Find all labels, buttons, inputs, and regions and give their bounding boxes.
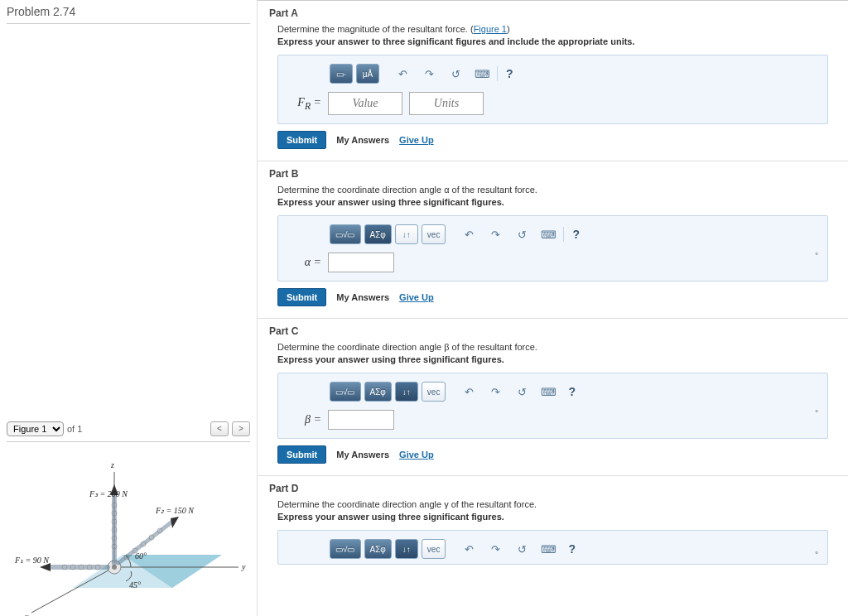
svg-text:F₃ = 200 N: F₃ = 200 N — [89, 489, 128, 498]
part-a-answer-box: ▭▫ μÅ ↶ ↷ ↺ ⌨ ? FR = — [277, 55, 828, 124]
my-answers-button[interactable]: My Answers — [336, 292, 389, 302]
give-up-button[interactable]: Give Up — [399, 450, 434, 460]
greek-button[interactable]: ΑΣφ — [364, 224, 392, 244]
keyboard-icon[interactable]: ⌨ — [470, 65, 494, 83]
degree-icon: ∘ — [814, 406, 819, 415]
keyboard-icon[interactable]: ⌨ — [537, 383, 560, 401]
help-button[interactable]: ? — [563, 385, 581, 398]
part-a-prompt2: Express your answer to three significant… — [277, 36, 836, 46]
degree-icon: ∘ — [814, 547, 819, 556]
value-input[interactable] — [328, 410, 394, 430]
template-icon[interactable]: ▭▫ — [330, 64, 353, 84]
sqrt-template-icon[interactable]: ▭√▭ — [330, 539, 361, 559]
figure-link[interactable]: Figure 1 — [474, 24, 507, 34]
submit-button[interactable]: Submit — [277, 131, 326, 149]
part-d-prompt2: Express your answer using three signific… — [277, 512, 836, 522]
give-up-button[interactable]: Give Up — [399, 135, 434, 145]
units-input[interactable] — [409, 92, 484, 115]
arrows-button[interactable]: ↓↑ — [395, 224, 418, 244]
svg-line-3 — [31, 567, 114, 613]
svg-text:F₁ = 90 N: F₁ = 90 N — [14, 556, 50, 565]
part-c-answer-box: ∘ ▭√▭ ΑΣφ ↓↑ vec ↶ ↷ ↺ ⌨ ? β = — [277, 373, 828, 439]
redo-icon[interactable]: ↷ — [484, 383, 507, 401]
value-input[interactable] — [328, 92, 402, 115]
sqrt-template-icon[interactable]: ▭√▭ — [330, 224, 361, 244]
part-d: Part D Determine the coordinate directio… — [258, 476, 848, 583]
vec-button[interactable]: vec — [422, 382, 446, 402]
my-answers-button[interactable]: My Answers — [336, 450, 389, 460]
part-a-lhs: FR = — [296, 96, 321, 112]
part-b-answer-box: ∘ ▭√▭ ΑΣφ ↓↑ vec ↶ ↷ ↺ ⌨ ? α = — [277, 215, 828, 282]
figure-prev-button[interactable]: < — [210, 421, 229, 436]
part-c-lhs: β = — [296, 413, 321, 426]
part-c: Part C Determine the coordinate directio… — [258, 319, 848, 476]
help-button[interactable]: ? — [567, 228, 585, 241]
part-c-prompt1: Determine the coordinate direction angle… — [277, 342, 836, 352]
part-b: Part B Determine the coordinate directio… — [258, 161, 848, 319]
reset-icon[interactable]: ↺ — [510, 540, 533, 558]
svg-text:45°: 45° — [129, 580, 141, 590]
reset-icon[interactable]: ↺ — [510, 225, 533, 243]
svg-marker-18 — [171, 517, 179, 528]
greek-button[interactable]: ΑΣφ — [364, 539, 392, 559]
sqrt-template-icon[interactable]: ▭√▭ — [330, 382, 361, 402]
part-c-prompt2: Express your answer using three signific… — [277, 354, 836, 364]
vec-button[interactable]: vec — [422, 224, 446, 244]
svg-text:z: z — [110, 460, 114, 469]
degree-icon: ∘ — [814, 248, 819, 257]
redo-icon[interactable]: ↷ — [417, 65, 441, 83]
part-a: Part A Determine the magnitude of the re… — [258, 1, 848, 161]
part-d-title: Part D — [269, 483, 836, 494]
arrows-button[interactable]: ↓↑ — [395, 539, 418, 559]
redo-icon[interactable]: ↷ — [484, 225, 507, 243]
part-b-prompt1: Determine the coordinate direction angle… — [277, 185, 836, 195]
undo-icon[interactable]: ↶ — [457, 383, 480, 401]
undo-icon[interactable]: ↶ — [457, 540, 480, 558]
part-d-answer-box: ∘ ▭√▭ ΑΣφ ↓↑ vec ↶ ↷ ↺ ⌨ ? — [277, 530, 828, 565]
give-up-button[interactable]: Give Up — [399, 292, 434, 302]
figure-next-button[interactable]: > — [232, 421, 250, 436]
part-b-title: Part B — [269, 168, 836, 180]
figure-select[interactable]: Figure 1 — [7, 421, 64, 436]
reset-icon[interactable]: ↺ — [510, 383, 533, 401]
svg-text:F₂ = 150 N: F₂ = 150 N — [155, 506, 195, 515]
part-b-prompt2: Express your answer using three signific… — [277, 197, 836, 207]
problem-title: Problem 2.74 — [7, 5, 250, 24]
keyboard-icon[interactable]: ⌨ — [537, 225, 560, 243]
undo-icon[interactable]: ↶ — [457, 225, 480, 243]
my-answers-button[interactable]: My Answers — [336, 135, 389, 145]
part-d-prompt1: Determine the coordinate direction angle… — [277, 499, 836, 509]
submit-button[interactable]: Submit — [277, 288, 326, 306]
redo-icon[interactable]: ↷ — [484, 540, 507, 558]
help-button[interactable]: ? — [501, 67, 518, 80]
arrows-button[interactable]: ↓↑ — [395, 382, 418, 402]
greek-button[interactable]: ΑΣφ — [364, 382, 392, 402]
figure-canvas: z x y F₃ = 200 N F₁ = 90 N F₂ = 150 N — [7, 441, 250, 616]
svg-text:y: y — [241, 562, 246, 571]
value-input[interactable] — [328, 253, 394, 272]
part-c-title: Part C — [269, 325, 836, 337]
part-a-title: Part A — [269, 7, 836, 19]
part-b-lhs: α = — [296, 256, 321, 269]
undo-icon[interactable]: ↶ — [391, 65, 414, 83]
figure-of-label: of 1 — [67, 424, 82, 434]
help-button[interactable]: ? — [563, 542, 581, 556]
reset-icon[interactable]: ↺ — [444, 65, 467, 83]
svg-text:x: x — [24, 612, 29, 616]
part-a-prompt1: Determine the magnitude of the resultant… — [277, 24, 836, 34]
units-mu-button[interactable]: μÅ — [356, 64, 379, 84]
vec-button[interactable]: vec — [422, 539, 446, 559]
keyboard-icon[interactable]: ⌨ — [537, 540, 560, 558]
submit-button[interactable]: Submit — [277, 445, 326, 464]
